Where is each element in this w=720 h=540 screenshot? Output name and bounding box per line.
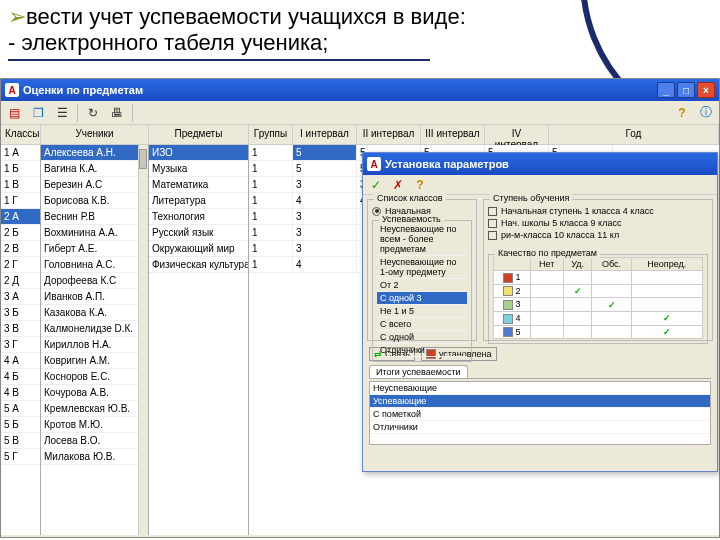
student-item[interactable]: Алексеева А.Н. — [41, 145, 148, 161]
subject-item[interactable]: Музыка — [149, 161, 248, 177]
class-item[interactable]: 5 А — [1, 401, 40, 417]
progress-item[interactable]: С одной 3 — [377, 292, 467, 305]
grade-cell[interactable]: 3 — [293, 209, 357, 225]
class-item[interactable]: 5 Б — [1, 417, 40, 433]
color-row[interactable]: 1 — [494, 271, 703, 285]
grade-cell[interactable]: 1 — [249, 193, 293, 209]
subjects-list[interactable]: ИЗОМузыкаМатематикаЛитератураТехнологияР… — [149, 145, 249, 535]
grade-cell[interactable]: 4 — [293, 193, 357, 209]
col-groups[interactable]: Группы — [249, 125, 293, 144]
form-icon[interactable]: ☰ — [53, 104, 71, 122]
color-row[interactable]: 5✓ — [494, 325, 703, 339]
footer-item[interactable]: Успевающие — [370, 395, 710, 408]
class-item[interactable]: 3 Г — [1, 337, 40, 353]
grade-cell[interactable]: 1 — [249, 209, 293, 225]
card-icon[interactable]: ▤ — [5, 104, 23, 122]
student-item[interactable]: Милакова Ю.В. — [41, 449, 148, 465]
student-item[interactable]: Иванков А.П. — [41, 289, 148, 305]
classes-list[interactable]: 1 А1 Б1 В1 Г2 А2 Б2 В2 Г2 Д3 А3 Б3 В3 Г4… — [1, 145, 41, 535]
class-item[interactable]: 5 В — [1, 433, 40, 449]
refresh-icon[interactable]: ↻ — [84, 104, 102, 122]
class-item[interactable]: 4 А — [1, 353, 40, 369]
maximize-button[interactable]: □ — [677, 82, 695, 98]
progress-item[interactable]: Отличники — [377, 344, 467, 357]
col-i3[interactable]: III интервал — [421, 125, 485, 144]
class-item[interactable]: 1 Г — [1, 193, 40, 209]
student-item[interactable]: Борисова К.В. — [41, 193, 148, 209]
class-item[interactable]: 2 Б — [1, 225, 40, 241]
subject-item[interactable]: Русский язык — [149, 225, 248, 241]
subject-item[interactable]: Литература — [149, 193, 248, 209]
cancel-icon[interactable]: ✗ — [389, 176, 407, 194]
col-classes[interactable]: Классы — [1, 125, 41, 144]
student-item[interactable]: Кротов М.Ю. — [41, 417, 148, 433]
col-i1[interactable]: I интервал — [293, 125, 357, 144]
study-row-1[interactable]: Нач. школы 5 класса 9 класс — [488, 218, 708, 228]
class-item[interactable]: 4 В — [1, 385, 40, 401]
titlebar[interactable]: A Оценки по предметам _ □ × — [1, 79, 719, 101]
help-icon[interactable]: ? — [673, 104, 691, 122]
grade-cell[interactable]: 3 — [293, 177, 357, 193]
class-item[interactable]: 1 Б — [1, 161, 40, 177]
class-item[interactable]: 4 Б — [1, 369, 40, 385]
class-item[interactable]: 2 Д — [1, 273, 40, 289]
study-row-0[interactable]: Начальная ступень 1 класса 4 класс — [488, 206, 708, 216]
grade-cell[interactable]: 1 — [249, 177, 293, 193]
grade-cell[interactable]: 1 — [249, 225, 293, 241]
class-item[interactable]: 2 В — [1, 241, 40, 257]
grade-cell[interactable]: 1 — [249, 257, 293, 273]
student-item[interactable]: Кириллов Н.А. — [41, 337, 148, 353]
footer-list[interactable]: НеуспевающиеУспевающиеС пометкойОтличник… — [369, 381, 711, 445]
study-row-2[interactable]: ри-м-класса 10 класса 11 кл — [488, 230, 708, 240]
grade-cell[interactable]: 1 — [249, 161, 293, 177]
tab-summary[interactable]: Итоги успеваемости — [369, 365, 468, 378]
grade-cell[interactable]: 4 — [293, 257, 357, 273]
col-students[interactable]: Ученики — [41, 125, 149, 144]
student-item[interactable]: Вохминина А.А. — [41, 225, 148, 241]
col-i4[interactable]: IV интервал — [485, 125, 549, 144]
color-row[interactable]: 4✓ — [494, 311, 703, 325]
student-item[interactable]: Веснин Р.В — [41, 209, 148, 225]
help-icon[interactable]: ? — [411, 176, 429, 194]
class-item[interactable]: 3 В — [1, 321, 40, 337]
col-i2[interactable]: II интервал — [357, 125, 421, 144]
scroll-thumb[interactable] — [139, 149, 147, 169]
close-button[interactable]: × — [697, 82, 715, 98]
class-item[interactable]: 3 А — [1, 289, 40, 305]
class-item[interactable]: 1 В — [1, 177, 40, 193]
color-row[interactable]: 3✓ — [494, 298, 703, 312]
col-subjects[interactable]: Предметы — [149, 125, 249, 144]
footer-item[interactable]: С пометкой — [370, 408, 710, 421]
student-item[interactable]: Косноров Е.С. — [41, 369, 148, 385]
colors-table[interactable]: НетУд.Обс.Неопред. 1 2✓ 3✓ 4✓ 5✓ — [493, 257, 703, 339]
subject-item[interactable]: ИЗО — [149, 145, 248, 161]
subject-item[interactable]: Окружающий мир — [149, 241, 248, 257]
class-item[interactable]: 2 Г — [1, 257, 40, 273]
class-item[interactable]: 3 Б — [1, 305, 40, 321]
student-item[interactable]: Ковригин А.М. — [41, 353, 148, 369]
grade-cell[interactable]: 1 — [249, 145, 293, 161]
class-item[interactable]: 2 А — [1, 209, 40, 225]
student-item[interactable]: Калмонелидзе D.К. — [41, 321, 148, 337]
student-item[interactable]: Кочурова А.В. — [41, 385, 148, 401]
grade-cell[interactable]: 3 — [293, 241, 357, 257]
col-year[interactable]: Год — [549, 125, 719, 144]
grade-cell[interactable]: 1 — [249, 241, 293, 257]
student-item[interactable]: Вагина К.А. — [41, 161, 148, 177]
progress-item[interactable]: Неуспевающие по 1-ому предмету — [377, 256, 467, 279]
subject-item[interactable]: Технология — [149, 209, 248, 225]
class-item[interactable]: 5 Г — [1, 449, 40, 465]
color-row[interactable]: 2✓ — [494, 284, 703, 298]
print-icon[interactable]: 🖶 — [108, 104, 126, 122]
progress-item[interactable]: С одной — [377, 331, 467, 344]
student-item[interactable]: Казакова К.А. — [41, 305, 148, 321]
info-icon[interactable]: ⓘ — [697, 104, 715, 122]
progress-item[interactable]: С всего — [377, 318, 467, 331]
copy-icon[interactable]: ❐ — [29, 104, 47, 122]
footer-item[interactable]: Неуспевающие — [370, 382, 710, 395]
progress-item[interactable]: Неуспевающие по всем - более предметам — [377, 223, 467, 256]
class-item[interactable]: 1 А — [1, 145, 40, 161]
scrollbar[interactable] — [138, 145, 148, 535]
subject-item[interactable]: Физическая культура — [149, 257, 248, 273]
student-item[interactable]: Головнина А.С. — [41, 257, 148, 273]
